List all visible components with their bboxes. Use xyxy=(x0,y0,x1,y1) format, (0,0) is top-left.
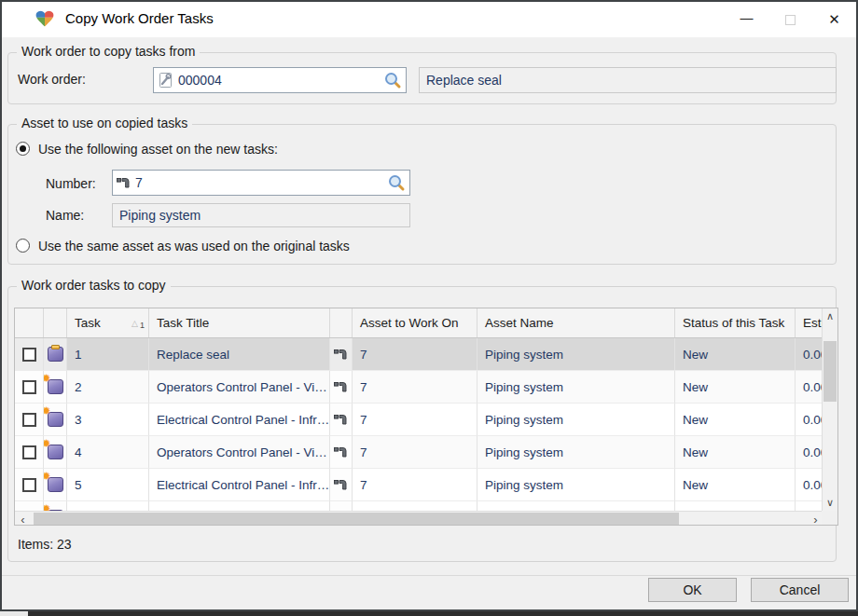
cell-task[interactable]: 5 xyxy=(67,469,149,501)
horizontal-scroll-thumb[interactable] xyxy=(34,513,679,526)
sort-order-badge: 1 xyxy=(140,317,145,330)
cancel-button[interactable]: Cancel xyxy=(751,578,849,602)
window-controls: — ✕ xyxy=(725,2,856,37)
scrollbar-corner xyxy=(822,511,837,526)
cell-task-title[interactable]: Electrical Control Panel - Infr… xyxy=(149,404,330,436)
cell-asset-name[interactable]: Piping system xyxy=(477,436,675,469)
cell-asset[interactable]: 7 xyxy=(353,338,477,371)
table-row[interactable]: ✹ 2 Operators Control Panel - Vi… 7 Pipi… xyxy=(15,371,823,404)
asset-number-input[interactable]: 7 xyxy=(112,170,410,196)
cell-status[interactable]: New xyxy=(675,371,796,404)
cell-asset[interactable]: 7 xyxy=(353,404,477,436)
header-task[interactable]: Task △ 1 xyxy=(67,308,149,337)
sort-ascending-icon: △ xyxy=(131,319,138,328)
cell-status[interactable]: New xyxy=(675,338,796,371)
cell-asset-name[interactable]: Piping system xyxy=(477,371,675,404)
partial-row: ✹ xyxy=(15,501,837,511)
cell-estimate[interactable]: 0.00 xyxy=(796,371,823,404)
scroll-left-icon[interactable]: ‹ xyxy=(15,512,31,526)
header-icon-column[interactable] xyxy=(44,308,67,337)
asset-name-value: Piping system xyxy=(119,208,201,223)
asset-pipe-icon xyxy=(334,379,349,394)
work-order-document-icon xyxy=(158,72,174,89)
asset-pipe-icon xyxy=(334,445,349,459)
header-checkbox-column[interactable] xyxy=(15,308,44,337)
cell-task[interactable]: 3 xyxy=(67,404,149,436)
task-icon: ✹ xyxy=(48,379,63,394)
cell-task[interactable]: 4 xyxy=(67,436,149,469)
header-asset-icon-column[interactable] xyxy=(330,308,353,337)
work-order-label: Work order: xyxy=(18,72,86,87)
cell-asset[interactable]: 7 xyxy=(353,469,477,501)
cell-asset-name[interactable]: Piping system xyxy=(477,338,675,371)
cell-status[interactable]: New xyxy=(675,436,796,469)
task-icon: ✹ xyxy=(48,477,63,492)
titlebar: Copy Work Order Tasks — ✕ xyxy=(2,2,856,37)
minimize-button[interactable]: — xyxy=(725,2,768,37)
cell-task-title[interactable]: Replace seal xyxy=(149,338,330,371)
row-checkbox[interactable] xyxy=(22,380,36,394)
cell-estimate[interactable]: 0.00 xyxy=(796,469,823,501)
header-asset-to-work-on[interactable]: Asset to Work On xyxy=(353,308,477,337)
task-icon: ✹ xyxy=(48,347,63,362)
row-checkbox[interactable] xyxy=(22,445,36,459)
radio-use-following-asset-label[interactable]: Use the following asset on the new tasks… xyxy=(38,142,278,157)
close-icon: ✕ xyxy=(828,11,840,28)
cell-task[interactable]: 1 xyxy=(67,338,149,371)
cell-status[interactable]: New xyxy=(675,404,796,436)
asset-pipe-icon xyxy=(334,477,349,492)
maximize-button xyxy=(768,2,812,37)
cell-task-title[interactable]: Electrical Control Panel - Infr… xyxy=(149,469,330,501)
row-checkbox[interactable] xyxy=(22,478,36,492)
cell-task-title[interactable]: Operators Control Panel - Vi… xyxy=(149,371,330,404)
work-order-title-value: Replace seal xyxy=(426,73,502,88)
grid-header: Task △ 1 Task Title Asset to Work On Ass… xyxy=(15,308,823,338)
asset-search-icon[interactable] xyxy=(387,173,406,192)
header-estimate[interactable]: Esti xyxy=(796,308,823,337)
radio-use-following-asset[interactable] xyxy=(16,142,30,156)
radio-use-same-asset[interactable] xyxy=(16,239,30,253)
cell-asset-name[interactable]: Piping system xyxy=(477,469,675,501)
header-status[interactable]: Status of this Task xyxy=(675,308,796,337)
row-checkbox[interactable] xyxy=(22,413,36,427)
close-button[interactable]: ✕ xyxy=(812,2,856,37)
work-order-search-icon[interactable] xyxy=(383,71,402,89)
cell-task-title[interactable]: Operators Control Panel - Vi… xyxy=(149,436,330,469)
header-asset-name[interactable]: Asset Name xyxy=(477,308,675,337)
asset-pipe-icon xyxy=(117,175,131,190)
table-row[interactable]: ✹ 3 Electrical Control Panel - Infr… 7 P… xyxy=(15,404,823,436)
radio-use-same-asset-label[interactable]: Use the same asset as was used on the or… xyxy=(38,239,350,253)
scroll-up-icon[interactable]: ∧ xyxy=(823,308,837,324)
table-row[interactable]: ✹ 1 Replace seal 7 Piping system New 0.0… xyxy=(15,338,823,371)
work-order-group: Work order to copy tasks from Work order… xyxy=(7,52,837,104)
asset-number-value[interactable]: 7 xyxy=(135,175,387,190)
tasks-group-legend: Work order tasks to copy xyxy=(17,278,171,293)
asset-pipe-icon xyxy=(334,412,349,427)
maximize-icon xyxy=(785,15,796,25)
work-order-title-field: Replace seal xyxy=(419,67,837,93)
cell-asset[interactable]: 7 xyxy=(353,371,477,404)
table-row[interactable]: ✹ 4 Operators Control Panel - Vi… 7 Pipi… xyxy=(15,436,823,469)
cell-estimate[interactable]: 0.00 xyxy=(796,338,823,371)
row-checkbox[interactable] xyxy=(22,348,36,362)
header-task-title[interactable]: Task Title xyxy=(149,308,330,337)
cell-estimate[interactable]: 0.00 xyxy=(796,436,823,469)
table-row[interactable]: ✹ 5 Electrical Control Panel - Infr… 7 P… xyxy=(15,469,823,501)
work-order-value[interactable]: 000004 xyxy=(178,73,383,88)
work-order-input[interactable]: 000004 xyxy=(153,67,407,93)
cell-status[interactable]: New xyxy=(675,469,796,501)
cell-asset[interactable]: 7 xyxy=(353,436,477,469)
cell-estimate[interactable]: 0.00 xyxy=(796,404,823,436)
ok-button[interactable]: OK xyxy=(648,578,737,602)
cell-asset-name[interactable]: Piping system xyxy=(477,404,675,436)
grid-body: ✹ 1 Replace seal 7 Piping system New 0.0… xyxy=(15,338,837,501)
vertical-scrollbar[interactable]: ∧ ∨ xyxy=(822,308,837,511)
scroll-down-icon[interactable]: ∨ xyxy=(823,495,837,511)
screen: Copy Work Order Tasks — ✕ Work order to … xyxy=(0,0,858,616)
vertical-scroll-thumb[interactable] xyxy=(823,341,837,402)
horizontal-scrollbar[interactable]: ‹ › xyxy=(15,511,823,526)
asset-group-legend: Asset to use on copied tasks xyxy=(17,116,192,130)
task-icon: ✹ xyxy=(48,445,63,459)
asset-pipe-icon xyxy=(334,347,349,362)
cell-task[interactable]: 2 xyxy=(67,371,149,404)
